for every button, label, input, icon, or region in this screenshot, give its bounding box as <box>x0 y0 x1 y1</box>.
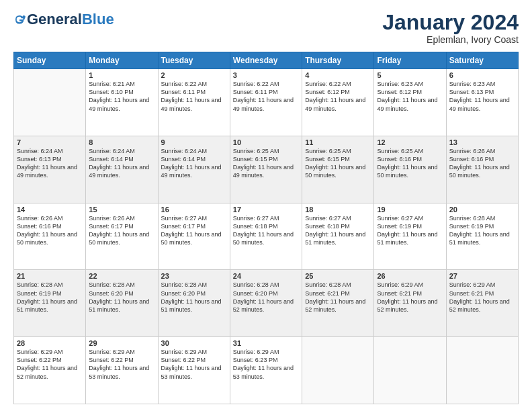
cell-info: Sunrise: 6:27 AM Sunset: 6:18 PM Dayligh… <box>233 214 299 247</box>
daylight-text: Daylight: 11 hours and 50 minutes. <box>305 164 365 179</box>
sunrise-text: Sunrise: 6:28 AM <box>17 281 63 288</box>
sunrise-text: Sunrise: 6:28 AM <box>305 281 351 288</box>
logo-icon <box>13 13 26 26</box>
cell-info: Sunrise: 6:27 AM Sunset: 6:19 PM Dayligh… <box>377 214 443 247</box>
cell-info: Sunrise: 6:29 AM Sunset: 6:23 PM Dayligh… <box>233 348 299 381</box>
day-number: 25 <box>305 272 371 280</box>
sunrise-text: Sunrise: 6:25 AM <box>305 148 351 154</box>
sunrise-text: Sunrise: 6:27 AM <box>233 215 279 222</box>
calendar-week-row: 28 Sunrise: 6:29 AM Sunset: 6:22 PM Dayl… <box>14 337 519 404</box>
daylight-text: Daylight: 11 hours and 49 minutes. <box>305 97 365 111</box>
daylight-text: Daylight: 11 hours and 51 minutes. <box>449 231 510 246</box>
table-row: 11 Sunrise: 6:25 AM Sunset: 6:15 PM Dayl… <box>302 136 374 203</box>
sunrise-text: Sunrise: 6:29 AM <box>449 281 496 288</box>
sunset-text: Sunset: 6:10 PM <box>89 89 134 95</box>
cell-info: Sunrise: 6:25 AM Sunset: 6:16 PM Dayligh… <box>377 147 443 180</box>
day-number: 3 <box>233 71 299 79</box>
sunrise-text: Sunrise: 6:29 AM <box>17 349 63 355</box>
cell-info: Sunrise: 6:28 AM Sunset: 6:21 PM Dayligh… <box>305 281 371 314</box>
cell-info: Sunrise: 6:28 AM Sunset: 6:19 PM Dayligh… <box>17 281 83 314</box>
sunset-text: Sunset: 6:12 PM <box>377 89 422 95</box>
daylight-text: Daylight: 11 hours and 52 minutes. <box>449 298 510 313</box>
daylight-text: Daylight: 11 hours and 52 minutes. <box>305 298 365 313</box>
table-row: 27 Sunrise: 6:29 AM Sunset: 6:21 PM Dayl… <box>446 270 518 337</box>
sunset-text: Sunset: 6:21 PM <box>377 290 422 297</box>
daylight-text: Daylight: 11 hours and 49 minutes. <box>89 164 149 179</box>
sunrise-text: Sunrise: 6:27 AM <box>161 215 208 222</box>
day-number: 21 <box>17 272 83 280</box>
sunrise-text: Sunrise: 6:25 AM <box>233 148 279 154</box>
cell-info: Sunrise: 6:29 AM Sunset: 6:22 PM Dayligh… <box>161 348 227 381</box>
col-saturday: Saturday <box>446 52 518 69</box>
sunrise-text: Sunrise: 6:22 AM <box>233 81 279 87</box>
sunset-text: Sunset: 6:18 PM <box>305 223 350 230</box>
daylight-text: Daylight: 11 hours and 49 minutes. <box>233 164 294 179</box>
sunset-text: Sunset: 6:12 PM <box>305 89 350 95</box>
sunrise-text: Sunrise: 6:29 AM <box>161 349 208 355</box>
day-number: 12 <box>377 138 443 146</box>
table-row: 3 Sunrise: 6:22 AM Sunset: 6:11 PM Dayli… <box>230 69 302 136</box>
table-row: 2 Sunrise: 6:22 AM Sunset: 6:11 PM Dayli… <box>158 69 230 136</box>
sunrise-text: Sunrise: 6:26 AM <box>17 215 63 222</box>
day-number: 10 <box>233 138 299 146</box>
table-row: 23 Sunrise: 6:28 AM Sunset: 6:20 PM Dayl… <box>158 270 230 337</box>
sunset-text: Sunset: 6:22 PM <box>89 357 134 363</box>
cell-info: Sunrise: 6:27 AM Sunset: 6:18 PM Dayligh… <box>305 214 371 247</box>
sunrise-text: Sunrise: 6:29 AM <box>89 349 135 355</box>
calendar-table: Sunday Monday Tuesday Wednesday Thursday… <box>13 52 519 404</box>
sunset-text: Sunset: 6:16 PM <box>17 223 62 230</box>
day-number: 15 <box>89 205 154 214</box>
col-thursday: Thursday <box>302 52 374 69</box>
day-number: 26 <box>377 272 443 280</box>
sunset-text: Sunset: 6:14 PM <box>161 156 206 163</box>
cell-info: Sunrise: 6:25 AM Sunset: 6:15 PM Dayligh… <box>305 147 371 180</box>
sunset-text: Sunset: 6:17 PM <box>89 223 134 230</box>
cell-info: Sunrise: 6:26 AM Sunset: 6:17 PM Dayligh… <box>89 214 154 247</box>
table-row: 13 Sunrise: 6:26 AM Sunset: 6:16 PM Dayl… <box>446 136 518 203</box>
sunrise-text: Sunrise: 6:26 AM <box>449 148 496 154</box>
daylight-text: Daylight: 11 hours and 49 minutes. <box>377 97 437 111</box>
day-number: 14 <box>17 205 83 214</box>
cell-info: Sunrise: 6:29 AM Sunset: 6:21 PM Dayligh… <box>377 281 443 314</box>
daylight-text: Daylight: 11 hours and 51 minutes. <box>89 298 149 313</box>
sunrise-text: Sunrise: 6:23 AM <box>377 81 423 87</box>
daylight-text: Daylight: 11 hours and 52 minutes. <box>377 298 437 313</box>
sunrise-text: Sunrise: 6:27 AM <box>377 215 423 222</box>
sunset-text: Sunset: 6:18 PM <box>233 223 278 230</box>
logo-text: GeneralBlue <box>13 11 114 28</box>
sunset-text: Sunset: 6:11 PM <box>233 89 278 95</box>
sunrise-text: Sunrise: 6:29 AM <box>233 349 279 355</box>
cell-info: Sunrise: 6:26 AM Sunset: 6:16 PM Dayligh… <box>449 147 515 180</box>
table-row: 19 Sunrise: 6:27 AM Sunset: 6:19 PM Dayl… <box>374 203 446 270</box>
cell-info: Sunrise: 6:22 AM Sunset: 6:12 PM Dayligh… <box>305 80 371 113</box>
table-row: 29 Sunrise: 6:29 AM Sunset: 6:22 PM Dayl… <box>86 337 158 404</box>
cell-info: Sunrise: 6:25 AM Sunset: 6:15 PM Dayligh… <box>233 147 299 180</box>
sunset-text: Sunset: 6:20 PM <box>161 290 206 297</box>
cell-info: Sunrise: 6:24 AM Sunset: 6:14 PM Dayligh… <box>89 147 154 180</box>
sunset-text: Sunset: 6:16 PM <box>449 156 494 163</box>
daylight-text: Daylight: 11 hours and 49 minutes. <box>233 97 294 111</box>
daylight-text: Daylight: 11 hours and 51 minutes. <box>305 231 365 246</box>
sunset-text: Sunset: 6:13 PM <box>17 156 62 163</box>
sunset-text: Sunset: 6:20 PM <box>89 290 134 297</box>
table-row: 14 Sunrise: 6:26 AM Sunset: 6:16 PM Dayl… <box>14 203 86 270</box>
daylight-text: Daylight: 11 hours and 52 minutes. <box>233 298 294 313</box>
logo-general: General <box>27 11 82 28</box>
table-row: 22 Sunrise: 6:28 AM Sunset: 6:20 PM Dayl… <box>86 270 158 337</box>
table-row: 24 Sunrise: 6:28 AM Sunset: 6:20 PM Dayl… <box>230 270 302 337</box>
day-number: 8 <box>89 138 154 146</box>
table-row: 9 Sunrise: 6:24 AM Sunset: 6:14 PM Dayli… <box>158 136 230 203</box>
col-wednesday: Wednesday <box>230 52 302 69</box>
table-row: 31 Sunrise: 6:29 AM Sunset: 6:23 PM Dayl… <box>230 337 302 404</box>
table-row: 7 Sunrise: 6:24 AM Sunset: 6:13 PM Dayli… <box>14 136 86 203</box>
sunset-text: Sunset: 6:19 PM <box>449 223 494 230</box>
sunset-text: Sunset: 6:16 PM <box>377 156 422 163</box>
day-number: 17 <box>233 205 299 214</box>
table-row <box>374 337 446 404</box>
table-row: 25 Sunrise: 6:28 AM Sunset: 6:21 PM Dayl… <box>302 270 374 337</box>
sunrise-text: Sunrise: 6:25 AM <box>377 148 423 154</box>
daylight-text: Daylight: 11 hours and 51 minutes. <box>161 298 222 313</box>
table-row: 15 Sunrise: 6:26 AM Sunset: 6:17 PM Dayl… <box>86 203 158 270</box>
day-number: 28 <box>17 339 83 347</box>
table-row: 16 Sunrise: 6:27 AM Sunset: 6:17 PM Dayl… <box>158 203 230 270</box>
